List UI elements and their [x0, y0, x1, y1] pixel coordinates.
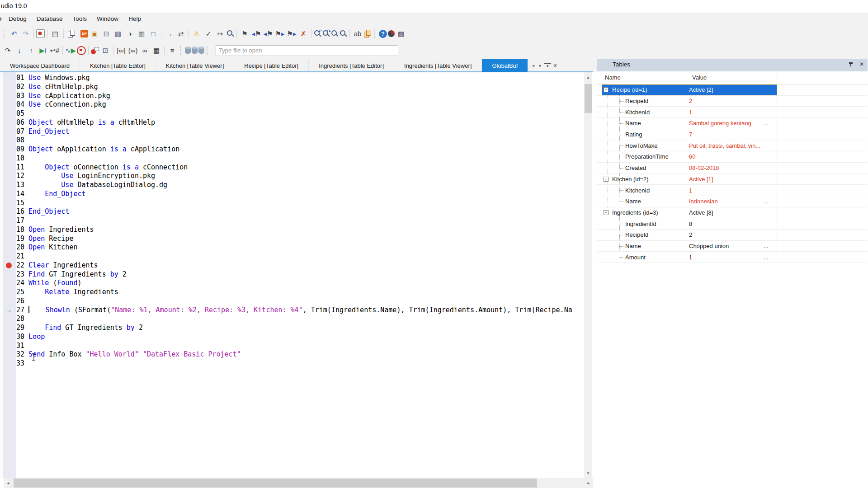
bookmark-next-doc-icon[interactable]: ⚑▸: [286, 28, 297, 39]
goto-definition-icon[interactable]: →: [164, 28, 175, 39]
table-viewer-icon[interactable]: [192, 47, 198, 54]
bookmark-toggle-icon[interactable]: ⚑: [239, 28, 250, 39]
inspect-globals-icon[interactable]: (∞): [127, 45, 138, 56]
bookmark-prev-doc-icon[interactable]: ◂⚑: [251, 28, 262, 39]
inspect-locals-icon[interactable]: [∞]: [116, 45, 127, 56]
clear-bookmarks-icon[interactable]: ✗: [298, 28, 309, 39]
undo-icon[interactable]: ↶: [9, 28, 19, 39]
code-line[interactable]: 18 Open Ingredients: [16, 225, 584, 235]
horizontal-scrollbar-thumb[interactable]: [14, 479, 537, 488]
code-line[interactable]: 07 End_Object: [16, 127, 584, 136]
task-list-icon[interactable]: ✓: [203, 28, 214, 39]
editor-gutter[interactable]: [4, 72, 16, 478]
ellipsis-indicator[interactable]: ...: [764, 252, 769, 263]
column-header-name[interactable]: Name: [605, 74, 621, 81]
toolbar-drag-handle[interactable]: [4, 29, 6, 38]
table-row[interactable]: HowToMakePut oil, trassi, sambal, vin...: [597, 140, 868, 151]
ellipsis-indicator[interactable]: ...: [764, 196, 769, 207]
editor-horizontal-scrollbar[interactable]: ◄ ►: [4, 478, 593, 488]
step-out-icon[interactable]: ↑: [26, 45, 37, 56]
code-line[interactable]: 21: [16, 252, 584, 261]
step-over-icon[interactable]: ↷: [2, 45, 13, 56]
scroll-left-icon[interactable]: ◄: [4, 478, 13, 488]
toolbar-drag-handle[interactable]: [63, 29, 66, 38]
menu-item-window[interactable]: Window: [92, 13, 123, 25]
scroll-down-icon[interactable]: ▼: [584, 469, 592, 477]
table-row[interactable]: NameIndonesian...: [597, 196, 868, 207]
code-line[interactable]: 10: [16, 154, 584, 163]
code-line[interactable]: 16 End_Object: [16, 207, 584, 216]
code-line[interactable]: 13 Use DatabaseLoginDialog.dg: [16, 181, 584, 190]
code-line[interactable]: 04 Use cConnection.pkg: [16, 100, 584, 109]
table-row[interactable]: RecipeId2: [597, 230, 868, 241]
scroll-right-icon[interactable]: ►: [584, 478, 593, 488]
clock-icon[interactable]: [388, 30, 395, 37]
table-row[interactable]: −Ingredients (id=3)Active [8]: [597, 207, 868, 219]
goto-next-error-icon[interactable]: ↦: [215, 28, 226, 39]
bookmark-prev-icon[interactable]: ◂⚑: [263, 28, 274, 39]
code-line[interactable]: 22 Clear Ingredients: [16, 261, 584, 270]
workspace-explorer-icon[interactable]: ▣: [89, 28, 100, 39]
breakpoints-window-icon[interactable]: ⊡: [100, 45, 111, 56]
expander-icon[interactable]: −: [604, 87, 609, 92]
tab-kitchen-table-viewer[interactable]: Kitchen [Table Viewer]: [156, 59, 234, 72]
find-symbol-icon[interactable]: [226, 30, 234, 38]
table-row[interactable]: KitchenId1: [597, 185, 868, 196]
step-into-icon[interactable]: ↓: [14, 45, 25, 56]
code-line[interactable]: 33: [16, 359, 584, 368]
toolbar-drag-handle[interactable]: [207, 46, 209, 55]
start-debug-icon[interactable]: ∿▶: [65, 45, 76, 56]
code-line[interactable]: 15: [16, 199, 584, 208]
pin-icon[interactable]: [849, 62, 853, 68]
watches-icon[interactable]: ∞: [139, 45, 150, 56]
error-list-icon[interactable]: ⚠: [191, 28, 202, 39]
table-row[interactable]: Created08-02-2018: [597, 163, 868, 174]
code-line[interactable]: 29 Find GT Ingredients by 2: [16, 324, 584, 333]
sql-tool-icon[interactable]: [198, 47, 204, 54]
table-row[interactable]: −Kitchen (id=2)Active [1]: [597, 174, 868, 185]
snippets-icon[interactable]: [364, 30, 372, 38]
call-stack-icon[interactable]: ≡: [167, 45, 178, 56]
menu-item-help[interactable]: Help: [123, 13, 146, 25]
code-line[interactable]: 31: [16, 342, 584, 351]
ellipsis-indicator[interactable]: ...: [764, 241, 769, 252]
menu-item-debug[interactable]: Debug: [4, 13, 32, 25]
stop-debug-icon[interactable]: [77, 46, 86, 55]
table-row[interactable]: KitchenId1: [597, 107, 868, 118]
find-next-icon[interactable]: ↷: [331, 30, 339, 38]
table-row[interactable]: IngredientId8: [597, 218, 868, 230]
code-line[interactable]: 14 End_Object: [16, 190, 584, 199]
code-line[interactable]: 19 Open Recipe: [16, 235, 584, 244]
tab-kitchen-table-editor[interactable]: Kitchen [Table Editor]: [80, 59, 156, 72]
tab-globalbuf[interactable]: GlobalBuf: [482, 59, 528, 72]
rename-icon[interactable]: ab: [352, 28, 363, 39]
menu-item-partial[interactable]: t: [0, 16, 4, 23]
breakpoint-icon[interactable]: [6, 263, 12, 268]
tab-ingredients-table-editor[interactable]: Ingredients [Table Editor]: [309, 59, 394, 72]
menu-item-tools[interactable]: Tools: [68, 13, 92, 25]
code-line[interactable]: 01 Use Windows.pkg: [16, 74, 584, 83]
copy-special-icon[interactable]: [68, 30, 75, 38]
column-header-value[interactable]: Value: [692, 74, 707, 81]
code-line[interactable]: 24 While (Found): [16, 279, 584, 288]
code-line[interactable]: 02 Use cHtmlHelp.pkg: [16, 83, 584, 92]
tab-workspace-dashboard[interactable]: Workspace Dashboard: [0, 59, 80, 72]
ellipsis-indicator[interactable]: ...: [764, 118, 769, 129]
tab-scroll-right-icon[interactable]: ►: [537, 64, 544, 68]
table-row[interactable]: NameChopped union...: [597, 241, 868, 252]
class-browser-icon[interactable]: ▥: [113, 28, 123, 39]
tab-ingredients-table-viewer[interactable]: Ingredients [Table Viewer]: [394, 59, 482, 72]
table-row[interactable]: Amount1...: [597, 252, 868, 263]
toggle-breakpoint-icon[interactable]: [91, 47, 99, 54]
code-line[interactable]: 06 Object oHtmlHelp is a cHtmlHelp: [16, 118, 584, 127]
scroll-up-icon[interactable]: ▲: [584, 73, 592, 81]
panel-close-icon[interactable]: ✕: [859, 61, 864, 67]
open-file-input[interactable]: [216, 45, 398, 56]
table-row[interactable]: −Recipe (id=1)Active [2]: [597, 84, 868, 96]
code-line[interactable]: 28: [16, 314, 584, 324]
code-line[interactable]: 12 Use LoginEncryption.pkg: [16, 172, 584, 181]
code-area[interactable]: 01 Use Windows.pkg02 Use cHtmlHelp.pkg03…: [16, 72, 584, 479]
expander-icon[interactable]: −: [604, 210, 609, 215]
table-row[interactable]: PreparationTime60: [597, 151, 868, 163]
code-line[interactable]: 27 Showln (SFormat("Name: %1, Amount: %2…: [16, 306, 584, 315]
